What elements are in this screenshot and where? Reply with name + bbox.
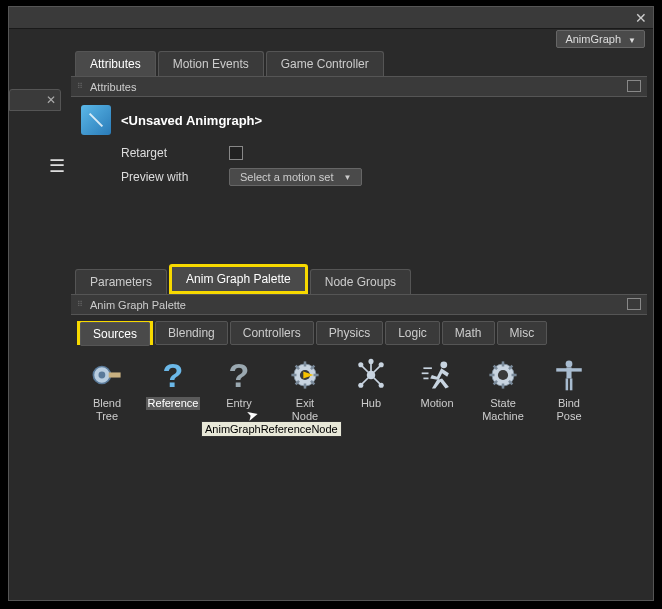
palette-panel-header[interactable]: ⠿ Anim Graph Palette — [71, 295, 647, 315]
list-icon[interactable]: ☰ — [49, 155, 65, 177]
cat-math[interactable]: Math — [442, 321, 495, 345]
motion-set-dropdown[interactable]: Select a motion set ▼ — [229, 168, 362, 186]
node-motion[interactable]: Motion — [409, 357, 465, 410]
node-label: Hub — [361, 397, 381, 410]
grip-icon: ⠿ — [77, 300, 84, 309]
tab-game-controller[interactable]: Game Controller — [266, 51, 384, 76]
tpose-icon — [549, 357, 589, 393]
titlebar[interactable]: ✕ — [9, 7, 653, 29]
node-reference[interactable]: ? Reference — [145, 357, 201, 410]
animgraph-file-icon — [81, 105, 111, 135]
cat-controllers[interactable]: Controllers — [230, 321, 314, 345]
svg-rect-40 — [556, 368, 582, 371]
category-row: Sources Blending Controllers Physics Log… — [71, 315, 647, 345]
attributes-panel-header[interactable]: ⠿ Attributes — [71, 77, 647, 97]
cat-sources[interactable]: Sources — [80, 322, 150, 346]
question-icon: ? — [219, 357, 259, 393]
node-label: Motion — [420, 397, 453, 410]
question-icon: ? — [153, 357, 193, 393]
node-exit-node[interactable]: ExitNode — [277, 357, 333, 423]
restore-icon[interactable] — [627, 80, 641, 92]
svg-point-22 — [379, 383, 384, 388]
gear-arrow-icon — [285, 357, 325, 393]
node-list: BlendTree ? Reference ? Entry — [71, 345, 647, 435]
node-label: StateMachine — [482, 397, 524, 423]
animgraph-file-title: <Unsaved Animgraph> — [121, 113, 262, 128]
collapsed-tab[interactable]: ✕ — [9, 89, 61, 111]
main-panel: Attributes Motion Events Game Controller… — [71, 51, 647, 594]
node-blend-tree[interactable]: BlendTree — [79, 357, 135, 423]
svg-rect-42 — [570, 378, 573, 390]
close-icon[interactable]: ✕ — [46, 93, 56, 107]
svg-point-23 — [368, 359, 373, 364]
attributes-body: <Unsaved Animgraph> Retarget Preview wit… — [71, 97, 647, 247]
svg-point-24 — [440, 361, 447, 368]
node-hub[interactable]: Hub — [343, 357, 399, 410]
svg-point-20 — [379, 362, 384, 367]
retarget-label: Retarget — [121, 146, 211, 160]
app-frame: ✕ AnimGraph ▼ ✕ ☰ Attributes Motion Even… — [8, 6, 654, 601]
close-icon[interactable]: ✕ — [635, 10, 647, 26]
restore-icon[interactable] — [627, 298, 641, 310]
svg-rect-41 — [566, 378, 569, 390]
svg-point-1 — [99, 372, 106, 379]
svg-point-38 — [566, 361, 573, 368]
palette-header-title: Anim Graph Palette — [90, 299, 186, 311]
gear-icon — [483, 357, 523, 393]
cat-logic[interactable]: Logic — [385, 321, 440, 345]
chevron-down-icon: ▼ — [628, 36, 636, 45]
chevron-down-icon: ▼ — [344, 173, 352, 182]
retarget-checkbox[interactable] — [229, 146, 243, 160]
node-bind-pose[interactable]: BindPose — [541, 357, 597, 423]
attributes-header-title: Attributes — [90, 81, 136, 93]
svg-point-18 — [367, 371, 376, 380]
grip-icon: ⠿ — [77, 82, 84, 91]
svg-point-37 — [498, 370, 508, 380]
menubar: AnimGraph ▼ — [9, 29, 653, 51]
node-label: Reference — [146, 397, 201, 410]
workspace: ✕ ☰ Attributes Motion Events Game Contro… — [9, 51, 653, 600]
animgraph-menu-label: AnimGraph — [565, 33, 621, 45]
node-label: ExitNode — [292, 397, 318, 423]
cat-physics[interactable]: Physics — [316, 321, 383, 345]
tab-motion-events[interactable]: Motion Events — [158, 51, 264, 76]
cat-misc[interactable]: Misc — [497, 321, 548, 345]
node-label: BlendTree — [93, 397, 121, 423]
cat-blending[interactable]: Blending — [155, 321, 228, 345]
node-state-machine[interactable]: StateMachine — [475, 357, 531, 423]
animgraph-menu[interactable]: AnimGraph ▼ — [556, 30, 645, 48]
tab-node-groups[interactable]: Node Groups — [310, 269, 411, 294]
hub-icon — [351, 357, 391, 393]
tooltip: AnimGraphReferenceNode — [201, 421, 342, 437]
tab-parameters[interactable]: Parameters — [75, 269, 167, 294]
svg-rect-2 — [109, 372, 121, 377]
tab-anim-graph-palette[interactable]: Anim Graph Palette — [169, 264, 308, 294]
runner-icon — [417, 357, 457, 393]
preview-with-label: Preview with — [121, 170, 211, 184]
tab-attributes[interactable]: Attributes — [75, 51, 156, 76]
blend-tree-icon — [87, 357, 127, 393]
node-label: BindPose — [556, 397, 581, 423]
node-entry[interactable]: ? Entry — [211, 357, 267, 410]
top-tabs: Attributes Motion Events Game Controller — [71, 51, 647, 77]
palette-tabs: Parameters Anim Graph Palette Node Group… — [71, 267, 647, 295]
svg-point-19 — [358, 362, 363, 367]
palette-section: Parameters Anim Graph Palette Node Group… — [71, 267, 647, 435]
svg-point-21 — [358, 383, 363, 388]
